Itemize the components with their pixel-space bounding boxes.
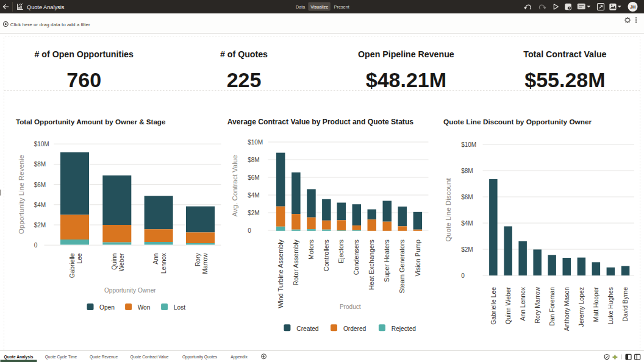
svg-text:Quinn Weber: Quinn Weber	[505, 286, 512, 324]
svg-text:$6M: $6M	[248, 174, 259, 181]
svg-text:$6M: $6M	[34, 182, 46, 188]
svg-text:Quote Contract Value: Quote Contract Value	[131, 355, 169, 360]
svg-text:Won: Won	[138, 304, 151, 311]
svg-text:Rotor Assembly: Rotor Assembly	[292, 239, 299, 285]
svg-text:Lee: Lee	[76, 253, 83, 263]
svg-text:Gabrielle Lee: Gabrielle Lee	[490, 287, 497, 325]
svg-text:David Byrne: David Byrne	[622, 287, 629, 322]
svg-text:Quote Analysis: Quote Analysis	[4, 355, 34, 360]
svg-text:Vision Pump: Vision Pump	[414, 240, 421, 276]
svg-text:Weber: Weber	[118, 253, 125, 271]
svg-text:$4M: $4M	[461, 220, 473, 227]
svg-text:Gabrielle: Gabrielle	[69, 253, 76, 278]
svg-text:Created: Created	[296, 325, 319, 332]
svg-text:Total Contract Value: Total Contract Value	[523, 49, 606, 59]
svg-text:Rory Marrow: Rory Marrow	[534, 287, 541, 324]
svg-text:Steam Generators: Steam Generators	[398, 239, 406, 293]
svg-text:Anthony Mason: Anthony Mason	[564, 287, 570, 331]
svg-text:Quote Line Discount: Quote Line Discount	[445, 178, 452, 242]
svg-text:Quinn: Quinn	[111, 254, 118, 270]
svg-text:0: 0	[461, 272, 465, 279]
svg-text:$2M: $2M	[461, 246, 473, 253]
svg-text:Marrow: Marrow	[202, 253, 209, 274]
svg-text:0: 0	[34, 242, 38, 249]
svg-text:Luke Hughes: Luke Hughes	[607, 287, 614, 324]
svg-text:Controllers: Controllers	[323, 239, 330, 271]
svg-text:$2M: $2M	[248, 210, 259, 216]
svg-text:Opportunity Owner: Opportunity Owner	[104, 287, 156, 294]
svg-text:Quote Line Discount by Opportu: Quote Line Discount by Opportunity Owner	[443, 118, 592, 126]
svg-text:$10M: $10M	[34, 141, 49, 147]
svg-text:Heat Exchangers: Heat Exchangers	[368, 239, 375, 289]
svg-text:Quote Revenue: Quote Revenue	[90, 355, 118, 360]
svg-text:Average Contract Value by Prod: Average Contract Value by Product and Qu…	[227, 118, 414, 126]
svg-text:Present: Present	[334, 4, 349, 10]
svg-text:$2M: $2M	[34, 222, 46, 229]
svg-text:Ann: Ann	[152, 254, 159, 264]
svg-text:225: 225	[227, 68, 262, 91]
svg-text:Super Heaters: Super Heaters	[383, 239, 390, 282]
svg-text:Matt Hooper: Matt Hooper	[593, 286, 599, 322]
svg-text:Appendix: Appendix	[231, 355, 248, 360]
svg-text:760: 760	[66, 68, 101, 91]
svg-text:Wind Turbine Assembly: Wind Turbine Assembly	[277, 239, 284, 308]
svg-text:# of Open Opportunities: # of Open Opportunities	[35, 49, 134, 59]
svg-text:Click here or drag data to add: Click here or drag data to add a filter	[10, 22, 90, 27]
svg-text:$4M: $4M	[248, 192, 259, 199]
svg-text:Lennox: Lennox	[160, 254, 167, 274]
svg-text:$10M: $10M	[248, 139, 263, 146]
svg-text:Open: Open	[99, 304, 115, 311]
svg-text:Data: Data	[296, 4, 306, 10]
svg-text:Visualize: Visualize	[310, 4, 328, 10]
svg-text:$8M: $8M	[248, 157, 259, 163]
svg-text:$48.21M: $48.21M	[366, 68, 446, 91]
svg-text:$10M: $10M	[461, 141, 476, 148]
svg-text:Product: Product	[340, 303, 361, 310]
svg-text:Motors: Motors	[307, 239, 315, 260]
svg-text:Opportunity Quotes: Opportunity Quotes	[182, 355, 218, 360]
svg-text:Ordered: Ordered	[343, 325, 367, 332]
svg-text:Condensers: Condensers	[352, 239, 360, 275]
svg-text:Opportunity Line Revenie: Opportunity Line Revenie	[18, 155, 25, 234]
svg-text:$8M: $8M	[34, 161, 46, 168]
svg-text:$8M: $8M	[461, 168, 473, 174]
svg-text:JH: JH	[630, 4, 635, 10]
svg-text:$6M: $6M	[461, 194, 473, 201]
svg-text:Lost: Lost	[174, 304, 185, 311]
svg-text:Jeremy Lopez: Jeremy Lopez	[578, 287, 585, 327]
svg-text:Ann Lennox: Ann Lennox	[520, 286, 526, 321]
svg-text:$55.28M: $55.28M	[524, 68, 605, 91]
svg-text:Quote Analysis: Quote Analysis	[27, 4, 65, 10]
svg-text:# of Quotes: # of Quotes	[220, 49, 268, 59]
svg-text:Ejectors: Ejectors	[337, 239, 345, 263]
svg-text:Rory: Rory	[195, 253, 201, 266]
svg-text:$4M: $4M	[34, 202, 46, 208]
svg-text:0: 0	[248, 227, 251, 234]
svg-text:Open Pipeline Revenue: Open Pipeline Revenue	[358, 49, 454, 59]
svg-text:Dan Foreman: Dan Foreman	[549, 287, 556, 326]
svg-text:Quote Cycle Time: Quote Cycle Time	[45, 355, 77, 360]
svg-text:Avg. Contract Value: Avg. Contract Value	[231, 155, 238, 216]
svg-text:Total Opportunity Amount by Ow: Total Opportunity Amount by Owner & Stag…	[16, 118, 166, 126]
svg-text:Rejected: Rejected	[392, 325, 417, 332]
